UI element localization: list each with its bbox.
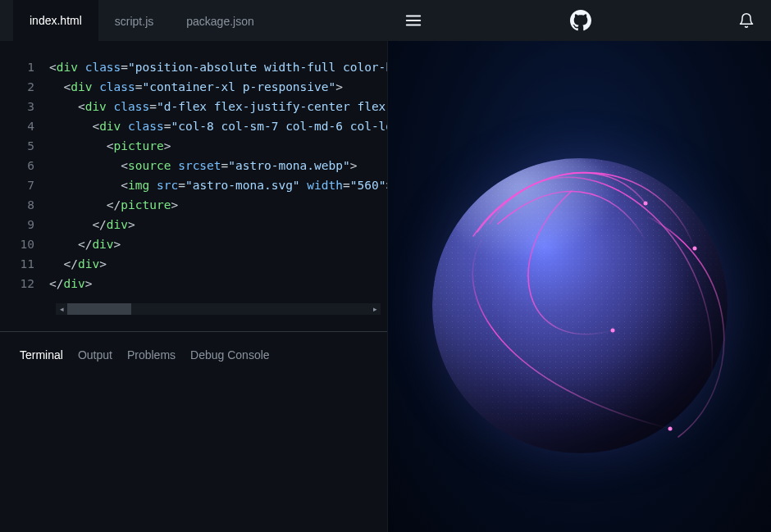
panel-tab-label: Problems [127, 348, 176, 361]
code-line[interactable]: 1<div class="position-absolute width-ful… [0, 57, 387, 77]
line-number: 8 [0, 195, 49, 215]
panel-tab-label: Output [78, 348, 112, 361]
code-content: <div class="container-xl p-responsive"> [49, 77, 387, 97]
code-content: <img src="astro-mona.svg" width="560"> [49, 175, 387, 195]
line-number: 7 [0, 175, 49, 195]
tab-index-html[interactable]: index.html [13, 0, 98, 41]
scroll-left-arrow-icon[interactable]: ◂ [56, 303, 67, 315]
line-number: 6 [0, 156, 49, 175]
editor-pane: index.html script.js package.json 1<div … [0, 0, 388, 532]
line-number: 1 [0, 57, 49, 77]
panel-tab-terminal[interactable]: Terminal [20, 348, 63, 361]
code-editor[interactable]: 1<div class="position-absolute width-ful… [0, 41, 387, 300]
code-content: </div> [49, 215, 387, 234]
line-number: 9 [0, 215, 49, 234]
globe-illustration [432, 158, 728, 453]
code-content: <source srcset="astro-mona.webp"> [49, 156, 387, 175]
code-content: </div> [49, 274, 387, 293]
code-content: </div> [49, 254, 387, 274]
menu-icon[interactable] [404, 11, 422, 30]
bottom-panel: Terminal Output Problems Debug Console [0, 331, 387, 532]
scroll-right-arrow-icon[interactable]: ▸ [369, 303, 381, 315]
panel-tab-problems[interactable]: Problems [127, 348, 176, 361]
code-content: </picture> [49, 195, 387, 215]
tab-package-json[interactable]: package.json [170, 0, 271, 41]
globe-sphere [432, 158, 728, 453]
panel-tab-label: Terminal [20, 348, 63, 361]
code-line[interactable]: 8 </picture> [0, 195, 387, 215]
tab-label: package.json [186, 15, 254, 28]
notifications-icon[interactable] [738, 12, 755, 29]
preview-body [388, 41, 771, 532]
tab-label: index.html [30, 14, 82, 27]
code-line[interactable]: 7 <img src="astro-mona.svg" width="560"> [0, 175, 387, 195]
code-line[interactable]: 10 </div> [0, 234, 387, 254]
code-content: <picture> [49, 136, 387, 156]
code-content: </div> [49, 234, 387, 254]
line-number: 5 [0, 136, 49, 156]
tab-script-js[interactable]: script.js [98, 0, 170, 41]
line-number: 10 [0, 234, 49, 254]
panel-tab-bar: Terminal Output Problems Debug Console [0, 332, 387, 378]
preview-header [388, 0, 771, 41]
panel-tab-label: Debug Console [190, 348, 270, 361]
scrollbar-track[interactable] [67, 303, 369, 315]
github-logo-icon[interactable] [570, 10, 591, 31]
code-content: <div class="d-flex flex-justify-center f… [49, 97, 387, 116]
code-content: <div class="position-absolute width-full… [49, 57, 387, 77]
svg-point-6 [668, 427, 672, 431]
line-number: 4 [0, 116, 49, 136]
code-content: <div class="col-8 col-sm-7 col-md-6 col-… [49, 116, 387, 136]
file-tab-bar: index.html script.js package.json [0, 0, 387, 41]
code-line[interactable]: 11 </div> [0, 254, 387, 274]
line-number: 11 [0, 254, 49, 274]
code-line[interactable]: 5 <picture> [0, 136, 387, 156]
line-number: 12 [0, 274, 49, 293]
code-line[interactable]: 6 <source srcset="astro-mona.webp"> [0, 156, 387, 175]
code-line[interactable]: 12</div> [0, 274, 387, 293]
panel-tab-output[interactable]: Output [78, 348, 112, 361]
scrollbar-thumb[interactable] [67, 303, 131, 315]
panel-tab-debug-console[interactable]: Debug Console [190, 348, 270, 361]
code-line[interactable]: 4 <div class="col-8 col-sm-7 col-md-6 co… [0, 116, 387, 136]
tab-label: script.js [115, 15, 153, 28]
code-line[interactable]: 9 </div> [0, 215, 387, 234]
line-number: 3 [0, 97, 49, 116]
preview-pane [388, 0, 771, 532]
code-line[interactable]: 3 <div class="d-flex flex-justify-center… [0, 97, 387, 116]
horizontal-scrollbar[interactable]: ◂ ▸ [56, 303, 381, 315]
line-number: 2 [0, 77, 49, 97]
code-line[interactable]: 2 <div class="container-xl p-responsive"… [0, 77, 387, 97]
